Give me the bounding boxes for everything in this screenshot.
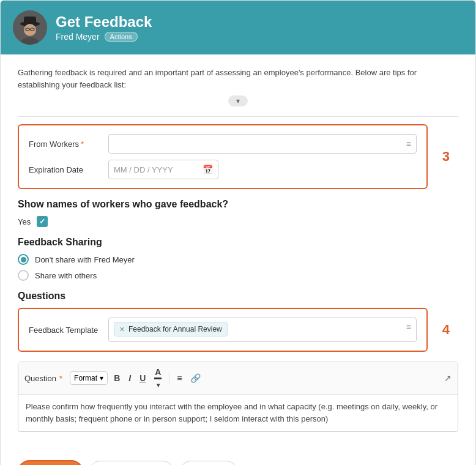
color-chevron-icon: ▾: [157, 382, 160, 389]
link-button[interactable]: 🔗: [188, 372, 203, 384]
list-button[interactable]: ≡: [174, 372, 184, 384]
bold-button[interactable]: B: [111, 372, 122, 384]
radio-dont-share[interactable]: Don't share with Fred Meyer: [18, 254, 458, 265]
workers-section: From Workers* ≡ Expiration Date MM / DD …: [18, 124, 428, 189]
feedback-template-row: Feedback Template ✕ Feedback for Annual …: [29, 318, 417, 342]
underline-button[interactable]: U: [137, 372, 148, 384]
link-icon: 🔗: [190, 373, 201, 383]
tag-remove-icon[interactable]: ✕: [119, 326, 125, 333]
radio-dont-share-btn[interactable]: [18, 254, 29, 265]
yes-row: Yes: [18, 216, 458, 227]
format-label: Format: [74, 374, 97, 382]
feedback-sharing-heading: Feedback Sharing: [18, 237, 458, 248]
editor-toolbar: Question* Format ▾ B I U A ▾ ≡: [18, 362, 458, 395]
radio-share-others-label: Share with others: [35, 271, 97, 280]
feedback-template-label: Feedback Template: [29, 326, 108, 335]
question-field-label: Question*: [24, 374, 62, 383]
template-list-icon: ≡: [406, 322, 411, 332]
main-content: Gathering feedback is required and an im…: [1, 54, 475, 454]
font-color-button[interactable]: A ▾: [152, 366, 164, 390]
italic-button[interactable]: I: [126, 372, 133, 384]
svg-rect-2: [24, 17, 36, 24]
info-text: Gathering feedback is required and an im…: [18, 67, 458, 91]
submit-button[interactable]: Submit: [18, 460, 83, 465]
color-underline: [154, 378, 162, 379]
editor-content[interactable]: Please confirm how frequently you intera…: [18, 395, 458, 431]
feedback-sharing-group: Don't share with Fred Meyer Share with o…: [18, 254, 458, 281]
show-names-heading: Show names of workers who gave feedback?: [18, 199, 458, 210]
page-title: Get Feedback: [56, 13, 152, 31]
list-icon: ≡: [177, 373, 182, 383]
toolbar-divider-1: [169, 373, 169, 384]
format-select[interactable]: Format ▾: [70, 371, 108, 385]
expand-button[interactable]: ↗: [444, 373, 452, 383]
template-tag: ✕ Feedback for Annual Review: [114, 322, 228, 337]
employee-name: Fred Meyer: [56, 32, 100, 42]
yes-label: Yes: [18, 217, 31, 226]
footer-buttons: 6 Submit Save for Later Cancel: [1, 454, 475, 465]
radio-share-others[interactable]: Share with others: [18, 270, 458, 281]
date-placeholder: MM / DD / YYYY: [114, 165, 173, 174]
expiration-row: Expiration Date MM / DD / YYYY 📅: [29, 160, 417, 179]
expiration-label: Expiration Date: [29, 165, 108, 174]
step-3-label: 3: [442, 149, 450, 165]
header-subtitle: Fred Meyer Actions: [56, 32, 152, 42]
from-workers-row: From Workers* ≡: [29, 134, 417, 154]
radio-share-others-btn[interactable]: [18, 270, 29, 281]
feedback-template-input[interactable]: ✕ Feedback for Annual Review ≡: [108, 318, 417, 342]
calendar-icon: 📅: [203, 165, 213, 174]
questions-heading: Questions: [18, 291, 458, 302]
avatar: [13, 10, 47, 45]
save-later-button[interactable]: Save for Later: [89, 461, 174, 465]
cancel-button[interactable]: Cancel: [180, 461, 237, 465]
list-icon: ≡: [406, 139, 411, 149]
from-workers-label: From Workers*: [29, 140, 108, 149]
questions-section: Feedback Template ✕ Feedback for Annual …: [18, 308, 428, 352]
radio-dont-share-label: Don't share with Fred Meyer: [35, 255, 135, 264]
expiration-date-input[interactable]: MM / DD / YYYY 📅: [108, 160, 218, 179]
format-chevron-icon: ▾: [100, 374, 103, 382]
actions-button[interactable]: Actions: [105, 32, 138, 42]
from-workers-input[interactable]: ≡: [108, 134, 417, 154]
question-editor: Question* Format ▾ B I U A ▾ ≡: [18, 362, 458, 432]
page-header: Get Feedback Fred Meyer Actions: [1, 1, 475, 54]
header-text: Get Feedback Fred Meyer Actions: [56, 13, 152, 42]
tag-label: Feedback for Annual Review: [128, 325, 222, 333]
show-names-checkbox[interactable]: [37, 216, 48, 227]
step-4-label: 4: [442, 322, 450, 338]
collapse-button[interactable]: ▾: [228, 95, 248, 106]
